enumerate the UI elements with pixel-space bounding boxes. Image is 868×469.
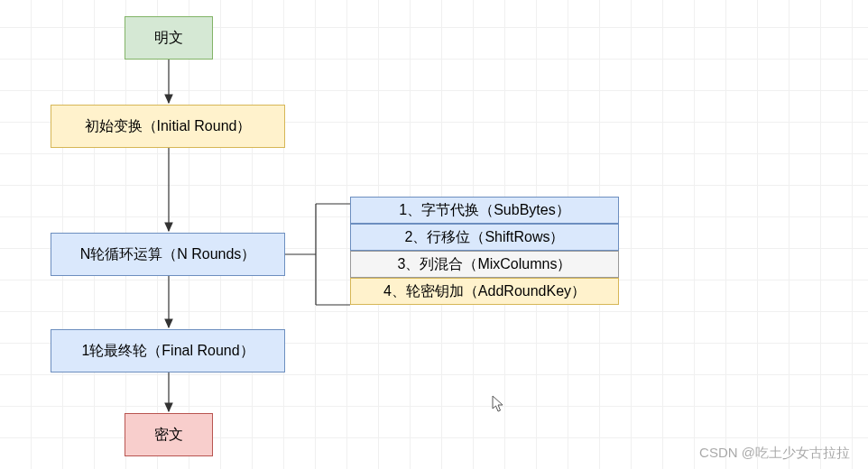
- plaintext-label: 明文: [154, 29, 183, 48]
- step-mixcolumns-label: 3、列混合（MixColumns）: [398, 255, 572, 274]
- step-subbytes-node: 1、字节代换（SubBytes）: [350, 197, 619, 224]
- watermark-text: CSDN @吃土少女古拉拉: [699, 445, 850, 462]
- final-round-label: 1轮最终轮（Final Round）: [81, 342, 254, 361]
- step-subbytes-label: 1、字节代换（SubBytes）: [399, 201, 569, 220]
- step-addroundkey-node: 4、轮密钥加（AddRoundKey）: [350, 278, 619, 305]
- step-shiftrows-node: 2、行移位（ShiftRows）: [350, 224, 619, 251]
- initial-round-label: 初始变换（Initial Round）: [85, 117, 252, 136]
- ciphertext-label: 密文: [154, 426, 183, 445]
- step-addroundkey-label: 4、轮密钥加（AddRoundKey）: [383, 282, 586, 301]
- final-round-node: 1轮最终轮（Final Round）: [51, 329, 285, 372]
- ciphertext-node: 密文: [125, 413, 213, 456]
- initial-round-node: 初始变换（Initial Round）: [51, 105, 285, 148]
- step-mixcolumns-node: 3、列混合（MixColumns）: [350, 251, 619, 278]
- n-rounds-node: N轮循环运算（N Rounds）: [51, 233, 285, 276]
- n-rounds-label: N轮循环运算（N Rounds）: [80, 245, 256, 264]
- plaintext-node: 明文: [125, 16, 213, 60]
- step-shiftrows-label: 2、行移位（ShiftRows）: [405, 228, 565, 247]
- mouse-cursor-icon: [492, 395, 504, 413]
